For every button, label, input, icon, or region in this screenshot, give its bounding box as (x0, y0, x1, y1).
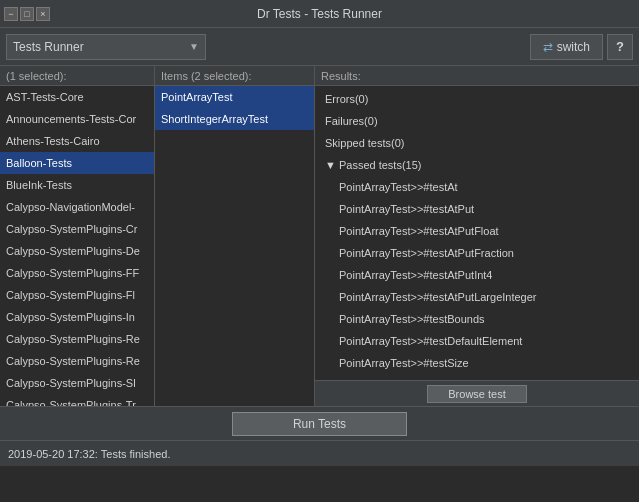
title-bar: − □ × Dr Tests - Tests Runner (0, 0, 639, 28)
middle-panel-header: Items (2 selected): (155, 66, 314, 86)
left-panel-list-item[interactable]: Calypso-SystemPlugins-In (0, 306, 154, 328)
switch-icon: ⇄ (543, 40, 553, 54)
result-item[interactable]: PointArrayTest>>#testAtPutInt4 (315, 264, 639, 286)
run-tests-button[interactable]: Run Tests (232, 412, 407, 436)
result-item[interactable]: Failures(0) (315, 110, 639, 132)
result-item[interactable]: PointArrayTest>>#testDefaultElement (315, 330, 639, 352)
left-panel-list-item[interactable]: Calypso-SystemPlugins-Sl (0, 372, 154, 394)
result-item[interactable]: PointArrayTest>>#testBounds (315, 308, 639, 330)
middle-panel-list-item[interactable]: PointArrayTest (155, 86, 314, 108)
left-panel-list[interactable]: AST-Tests-CoreAnnouncements-Tests-CorAth… (0, 86, 154, 406)
dropdown-label: Tests Runner (13, 40, 181, 54)
result-item[interactable]: PointArrayTest>>#testAtPutLargeInteger (315, 286, 639, 308)
help-button[interactable]: ? (607, 34, 633, 60)
left-panel-list-item[interactable]: Calypso-SystemPlugins-Fl (0, 284, 154, 306)
result-item[interactable]: Skipped tests(0) (315, 132, 639, 154)
left-panel-list-item[interactable]: Calypso-SystemPlugins-Cr (0, 218, 154, 240)
middle-panel-list[interactable]: PointArrayTestShortIntegerArrayTest (155, 86, 314, 406)
left-panel-list-item[interactable]: Calypso-SystemPlugins-De (0, 240, 154, 262)
window-title: Dr Tests - Tests Runner (257, 7, 382, 21)
chevron-down-icon: ▼ (189, 41, 199, 52)
tests-runner-dropdown[interactable]: Tests Runner ▼ (6, 34, 206, 60)
browse-btn-row: Browse test (315, 380, 639, 406)
main-panels: (1 selected): AST-Tests-CoreAnnouncement… (0, 66, 639, 406)
middle-panel: Items (2 selected): PointArrayTestShortI… (155, 66, 315, 406)
run-tests-row: Run Tests (0, 406, 639, 440)
left-panel-list-item[interactable]: Announcements-Tests-Cor (0, 108, 154, 130)
left-panel: (1 selected): AST-Tests-CoreAnnouncement… (0, 66, 155, 406)
left-panel-list-item[interactable]: BlueInk-Tests (0, 174, 154, 196)
close-button[interactable]: × (36, 7, 50, 21)
status-bar: 2019-05-20 17:32: Tests finished. (0, 440, 639, 466)
left-panel-header: (1 selected): (0, 66, 154, 86)
result-item[interactable]: PointArrayTest>>#testSize (315, 352, 639, 374)
left-panel-list-item[interactable]: AST-Tests-Core (0, 86, 154, 108)
right-panel: Results: Errors(0)Failures(0)Skipped tes… (315, 66, 639, 406)
left-panel-list-item[interactable]: Balloon-Tests (0, 152, 154, 174)
result-item[interactable]: PointArrayTest>>#testAtPutFloat (315, 220, 639, 242)
title-bar-controls: − □ × (4, 7, 50, 21)
left-panel-list-item[interactable]: Athens-Tests-Cairo (0, 130, 154, 152)
result-item[interactable]: PointArrayTest>>#testAtPut (315, 198, 639, 220)
maximize-button[interactable]: □ (20, 7, 34, 21)
result-item[interactable]: PointArrayTest>>#testAtPutFraction (315, 242, 639, 264)
right-panel-header: Results: (315, 66, 639, 86)
left-panel-list-item[interactable]: Calypso-SystemPlugins-Re (0, 350, 154, 372)
status-text: 2019-05-20 17:32: Tests finished. (8, 448, 170, 460)
left-panel-list-item[interactable]: Calypso-SystemPlugins-FF (0, 262, 154, 284)
left-panel-list-item[interactable]: Calypso-SystemPlugins-Tr (0, 394, 154, 406)
left-panel-list-item[interactable]: Calypso-SystemPlugins-Re (0, 328, 154, 350)
switch-label: switch (557, 40, 590, 54)
result-item[interactable]: ▼ Passed tests(15) (315, 154, 639, 176)
results-list[interactable]: Errors(0)Failures(0)Skipped tests(0)▼ Pa… (315, 86, 639, 380)
minimize-button[interactable]: − (4, 7, 18, 21)
result-item[interactable]: PointArrayTest>>#testAt (315, 176, 639, 198)
left-panel-list-item[interactable]: Calypso-NavigationModel- (0, 196, 154, 218)
middle-panel-list-item[interactable]: ShortIntegerArrayTest (155, 108, 314, 130)
result-item[interactable]: Errors(0) (315, 88, 639, 110)
toolbar: Tests Runner ▼ ⇄ switch ? (0, 28, 639, 66)
switch-button[interactable]: ⇄ switch (530, 34, 603, 60)
browse-test-button[interactable]: Browse test (427, 385, 526, 403)
